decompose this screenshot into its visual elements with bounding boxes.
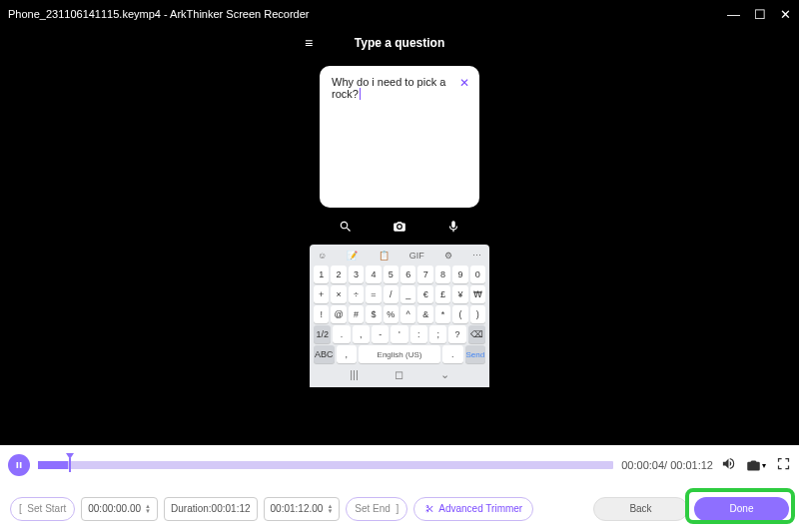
kb-key[interactable]: @ bbox=[331, 305, 346, 323]
end-down-icon[interactable]: ▼ bbox=[327, 509, 333, 514]
kb-key[interactable]: 4 bbox=[366, 266, 381, 283]
kb-key[interactable]: ! bbox=[314, 305, 329, 323]
phone-title: Type a question bbox=[355, 36, 444, 50]
kb-more-icon[interactable]: ⋯ bbox=[472, 251, 481, 261]
question-text[interactable]: Why do i need to pick a rock? bbox=[332, 76, 445, 100]
kb-key[interactable]: & bbox=[417, 305, 432, 323]
kb-key[interactable]: # bbox=[349, 305, 364, 323]
kb-key[interactable]: 3 bbox=[349, 266, 364, 283]
camera-icon[interactable] bbox=[393, 220, 406, 237]
hamburger-icon[interactable]: ≡ bbox=[305, 35, 313, 51]
kb-key[interactable]: , bbox=[353, 325, 370, 343]
kb-key[interactable]: 1/2 bbox=[314, 325, 331, 343]
set-start-button[interactable]: [ Set Start bbox=[10, 497, 75, 521]
time-display: 00:00:04/ 00:01:12 bbox=[621, 459, 713, 471]
kb-key[interactable]: € bbox=[417, 285, 432, 303]
start-time-field[interactable]: 00:00:00.00▲▼ bbox=[81, 497, 158, 521]
kb-key[interactable]: 6 bbox=[400, 266, 415, 283]
nav-recent-icon[interactable]: ||| bbox=[350, 368, 359, 381]
kb-key[interactable]: 0 bbox=[470, 266, 485, 283]
timeline-slider[interactable] bbox=[38, 457, 613, 473]
kb-key[interactable]: 7 bbox=[417, 266, 432, 283]
preview-area: ≡ Type a question ✕ Why do i need to pic… bbox=[0, 28, 799, 445]
maximize-button[interactable]: ☐ bbox=[754, 7, 766, 22]
kb-period-key[interactable]: . bbox=[442, 345, 463, 363]
kb-key[interactable]: $ bbox=[366, 305, 381, 323]
kb-key[interactable]: ? bbox=[448, 325, 465, 343]
duration-field[interactable]: Duration:00:01:12 bbox=[164, 497, 258, 521]
kb-emoji-icon[interactable]: ☺ bbox=[318, 251, 327, 261]
keyboard-toolbar: ☺ 📝 📋 GIF ⚙ ⋯ bbox=[312, 247, 487, 265]
kb-key[interactable]: * bbox=[435, 305, 450, 323]
nav-back-icon[interactable]: ⌄ bbox=[440, 368, 449, 381]
kb-settings-icon[interactable]: ⚙ bbox=[444, 251, 452, 261]
kb-key[interactable]: £ bbox=[435, 285, 450, 303]
kb-key[interactable]: ¥ bbox=[452, 285, 467, 303]
fullscreen-icon[interactable] bbox=[776, 456, 791, 475]
kb-key[interactable]: ) bbox=[470, 305, 485, 323]
kb-key[interactable]: _ bbox=[400, 285, 415, 303]
kb-space-key[interactable]: English (US) bbox=[359, 345, 440, 363]
kb-key[interactable]: ; bbox=[429, 325, 446, 343]
kb-key[interactable]: / bbox=[384, 285, 399, 303]
title-app: ArkThinker Screen Recorder bbox=[170, 8, 309, 20]
kb-key[interactable]: 2 bbox=[331, 266, 346, 283]
kb-key[interactable]: × bbox=[331, 285, 346, 303]
kb-gif-icon[interactable]: GIF bbox=[409, 251, 424, 261]
start-down-icon[interactable]: ▼ bbox=[145, 509, 151, 514]
chevron-down-icon[interactable]: ▾ bbox=[762, 461, 766, 470]
kb-key[interactable]: 8 bbox=[435, 266, 450, 283]
kb-key[interactable]: ( bbox=[452, 305, 467, 323]
pause-button[interactable] bbox=[8, 454, 30, 476]
kb-key[interactable]: 5 bbox=[384, 266, 399, 283]
minimize-button[interactable]: — bbox=[727, 7, 740, 22]
kb-key[interactable]: 1 bbox=[314, 266, 329, 283]
kb-key[interactable]: ^ bbox=[400, 305, 415, 323]
kb-key[interactable]: 9 bbox=[452, 266, 467, 283]
snapshot-button[interactable]: ▾ bbox=[746, 458, 766, 473]
set-end-button[interactable]: Set End ] bbox=[346, 497, 407, 521]
question-card: ✕ Why do i need to pick a rock? bbox=[320, 66, 479, 208]
advanced-trimmer-button[interactable]: Advanced Trimmer bbox=[413, 497, 533, 521]
done-button[interactable]: Done bbox=[694, 497, 789, 521]
nav-home-icon[interactable]: ◻ bbox=[395, 368, 403, 381]
kb-abc-key[interactable]: ABC bbox=[314, 345, 335, 363]
kb-clipboard-icon[interactable]: 📋 bbox=[379, 251, 390, 261]
mic-icon[interactable] bbox=[446, 220, 460, 237]
timeline-handle[interactable] bbox=[66, 453, 71, 458]
kb-key[interactable]: ÷ bbox=[349, 285, 364, 303]
keyboard: ☺ 📝 📋 GIF ⚙ ⋯ 1234567890+×÷=/_€£¥₩!@#$%^… bbox=[310, 245, 489, 387]
kb-key[interactable]: . bbox=[333, 325, 350, 343]
clear-input-icon[interactable]: ✕ bbox=[459, 76, 469, 90]
title-filename: Phone_231106141115.keymp4 bbox=[8, 8, 161, 20]
kb-key[interactable]: - bbox=[372, 325, 389, 343]
kb-sticker-icon[interactable]: 📝 bbox=[347, 251, 358, 261]
back-button[interactable]: Back bbox=[593, 497, 688, 521]
kb-key[interactable]: : bbox=[410, 325, 427, 343]
close-button[interactable]: ✕ bbox=[780, 7, 791, 22]
kb-key[interactable]: % bbox=[384, 305, 399, 323]
kb-send-key[interactable]: Send bbox=[465, 345, 486, 363]
kb-key[interactable]: ₩ bbox=[470, 285, 485, 303]
kb-key[interactable]: ⌫ bbox=[468, 325, 485, 343]
end-time-field[interactable]: 00:01:12.00▲▼ bbox=[264, 497, 341, 521]
search-icon[interactable] bbox=[339, 220, 353, 237]
volume-icon[interactable] bbox=[721, 456, 736, 475]
kb-comma-key[interactable]: , bbox=[337, 345, 358, 363]
kb-key[interactable]: + bbox=[314, 285, 329, 303]
kb-key[interactable]: = bbox=[366, 285, 381, 303]
kb-key[interactable]: ' bbox=[391, 325, 407, 343]
